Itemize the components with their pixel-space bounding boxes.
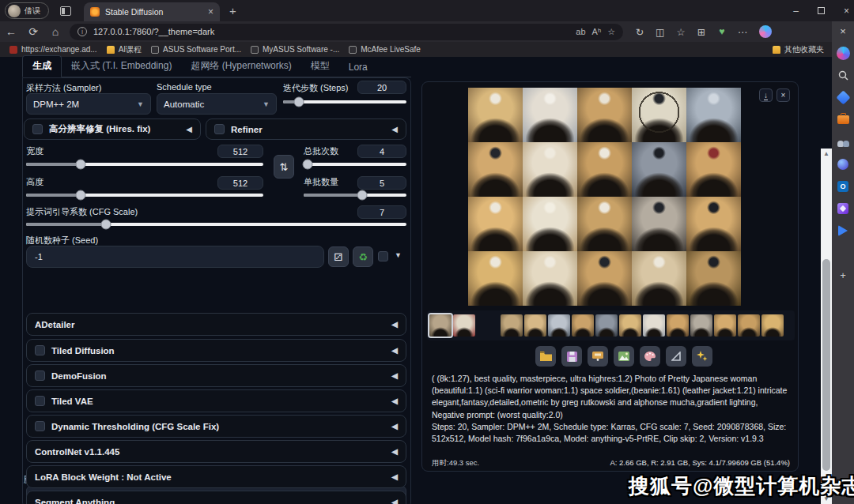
hires-checkbox[interactable] xyxy=(32,124,43,134)
accordion-lora-block-weight-not-active[interactable]: LoRA Block Weight : Not Active◀ xyxy=(26,465,406,488)
translate-icon[interactable]: Aʰ xyxy=(592,27,602,36)
refiner-toggle[interactable]: Refiner ◀ xyxy=(206,118,406,140)
profile-chip[interactable]: 借误 xyxy=(5,2,49,19)
window-close-button[interactable]: × xyxy=(844,6,849,17)
thumbnail-5[interactable] xyxy=(524,314,546,337)
collapse-arrow-icon[interactable]: ◀ xyxy=(391,371,398,380)
steps-value[interactable]: 20 xyxy=(357,81,406,94)
hexagon-c-icon[interactable]: ↻ xyxy=(629,26,650,38)
thumbnail-15[interactable] xyxy=(761,314,784,337)
seed-extra-checkbox[interactable] xyxy=(378,251,388,261)
gallery-image-18[interactable] xyxy=(577,251,632,306)
collapse-arrow-icon[interactable]: ◀ xyxy=(391,498,398,504)
search-icon[interactable] xyxy=(837,69,850,82)
more-menu-icon[interactable]: ⋯ xyxy=(732,26,753,38)
read-aloud-icon[interactable]: ab xyxy=(576,27,585,36)
accordion-tiled-vae[interactable]: Tiled VAE◀ xyxy=(26,389,406,412)
gallery-image-5[interactable] xyxy=(686,88,741,142)
checkbox[interactable] xyxy=(35,396,45,406)
hires-fix-toggle[interactable]: 高分辨率修复 (Hires. fix) ◀ xyxy=(24,118,201,140)
gallery-image-6[interactable] xyxy=(468,142,523,197)
gallery-image-9[interactable] xyxy=(632,142,686,197)
refresh-icon[interactable]: ⟳ xyxy=(22,25,44,38)
random-seed-button[interactable]: ⚂ xyxy=(328,246,349,267)
refiner-checkbox[interactable] xyxy=(214,124,225,134)
thumbnail-1[interactable] xyxy=(429,314,452,337)
bookmark-item[interactable]: McAfee LiveSafe xyxy=(349,45,421,54)
thumbnail-7[interactable] xyxy=(572,314,594,337)
outlook-icon[interactable]: O xyxy=(837,181,848,192)
drop-icon[interactable] xyxy=(838,225,848,236)
gallery-image-10[interactable] xyxy=(686,142,741,197)
gallery-image-4[interactable] xyxy=(632,88,686,142)
thumbnail-6[interactable] xyxy=(548,314,570,337)
scrollbar-thumb[interactable] xyxy=(822,259,830,471)
tools-icon[interactable] xyxy=(837,115,849,124)
site-info-icon[interactable]: i xyxy=(77,27,87,36)
thumbnail-12[interactable] xyxy=(690,314,712,337)
swap-dimensions-button[interactable]: ⇅ xyxy=(274,155,294,179)
sidebar-close-icon[interactable]: × xyxy=(837,24,850,38)
tab-ti-embedding[interactable]: 嵌入式 (T.I. Embedding) xyxy=(62,56,181,77)
save-button[interactable] xyxy=(561,346,582,367)
page-scrollbar[interactable]: ▲ ▼ xyxy=(821,149,832,504)
bookmark-item[interactable]: https://exchange.ad... xyxy=(9,45,97,54)
send-to-inpaint-button[interactable] xyxy=(640,346,660,367)
batch-size-slider[interactable] xyxy=(304,194,406,197)
other-favorites[interactable]: 其他收藏夹 xyxy=(784,44,824,55)
collapse-arrow-icon[interactable]: ◀ xyxy=(391,125,398,134)
cfg-value[interactable]: 7 xyxy=(357,205,406,219)
gallery-image-11[interactable] xyxy=(468,197,523,251)
collapse-arrow-icon[interactable]: ◀ xyxy=(391,346,398,355)
batch-count-value[interactable]: 4 xyxy=(357,145,406,158)
bookmark-item[interactable]: AI课程 xyxy=(107,44,142,55)
upscale-button[interactable] xyxy=(692,346,712,367)
send-to-extras-button[interactable] xyxy=(666,346,686,367)
checkbox[interactable] xyxy=(35,421,45,431)
gallery-image-7[interactable] xyxy=(523,142,577,197)
seed-extra-arrow-icon[interactable]: ▼ xyxy=(395,251,402,259)
favorite-star-icon[interactable]: ☆ xyxy=(607,27,615,37)
gallery-image-8[interactable] xyxy=(577,142,632,197)
bookmark-item[interactable]: MyASUS Software -... xyxy=(251,45,339,54)
batch-size-value[interactable]: 5 xyxy=(357,176,406,190)
collapse-arrow-icon[interactable]: ◀ xyxy=(186,125,192,134)
designer-icon[interactable] xyxy=(837,203,848,214)
copilot-icon[interactable] xyxy=(759,25,772,38)
gallery-image-17[interactable] xyxy=(523,251,577,306)
close-gallery-button[interactable]: × xyxy=(777,88,790,102)
batch-count-slider[interactable] xyxy=(304,163,406,166)
thumbnail-13[interactable] xyxy=(714,314,736,337)
schedule-dropdown[interactable]: Automatic▼ xyxy=(157,93,277,115)
bookmark-item[interactable]: ASUS Software Port... xyxy=(151,45,241,54)
thumbnail-3[interactable] xyxy=(477,314,499,337)
back-icon[interactable]: ← xyxy=(0,25,22,38)
new-tab-button[interactable]: + xyxy=(229,4,236,17)
reuse-seed-button[interactable]: ♻ xyxy=(353,246,373,267)
tab-close-icon[interactable]: × xyxy=(208,6,214,17)
checkbox[interactable] xyxy=(35,370,45,381)
accordion-adetailer[interactable]: ADetailer◀ xyxy=(26,313,406,336)
height-slider[interactable] xyxy=(26,194,263,197)
thumbnail-9[interactable] xyxy=(619,314,641,337)
collapse-arrow-icon[interactable]: ◀ xyxy=(391,422,398,431)
steps-slider[interactable] xyxy=(283,100,406,103)
thumbnail-4[interactable] xyxy=(501,314,523,337)
checkbox[interactable] xyxy=(35,345,45,355)
gallery-image-19[interactable] xyxy=(632,251,686,306)
collections-icon[interactable]: ⊞ xyxy=(691,26,712,38)
open-folder-button[interactable] xyxy=(535,346,556,367)
accordion-demofusion[interactable]: DemoFusion◀ xyxy=(26,364,406,387)
collapse-arrow-icon[interactable]: ◀ xyxy=(391,447,398,456)
sampler-dropdown[interactable]: DPM++ 2M▼ xyxy=(26,93,151,115)
people-icon[interactable] xyxy=(837,137,849,147)
scroll-up-icon[interactable]: ▲ xyxy=(821,150,832,157)
browser-tab[interactable]: Stable Diffusion × xyxy=(84,2,220,21)
gallery-image-14[interactable] xyxy=(632,197,686,251)
split-screen-icon[interactable]: ◫ xyxy=(650,26,671,38)
send-to-img2img-button[interactable] xyxy=(614,346,634,367)
sidebar-copilot-icon[interactable] xyxy=(837,47,850,60)
window-minimize-button[interactable]: – xyxy=(793,6,799,17)
height-value[interactable]: 512 xyxy=(217,176,263,190)
collapse-arrow-icon[interactable]: ◀ xyxy=(391,397,398,405)
